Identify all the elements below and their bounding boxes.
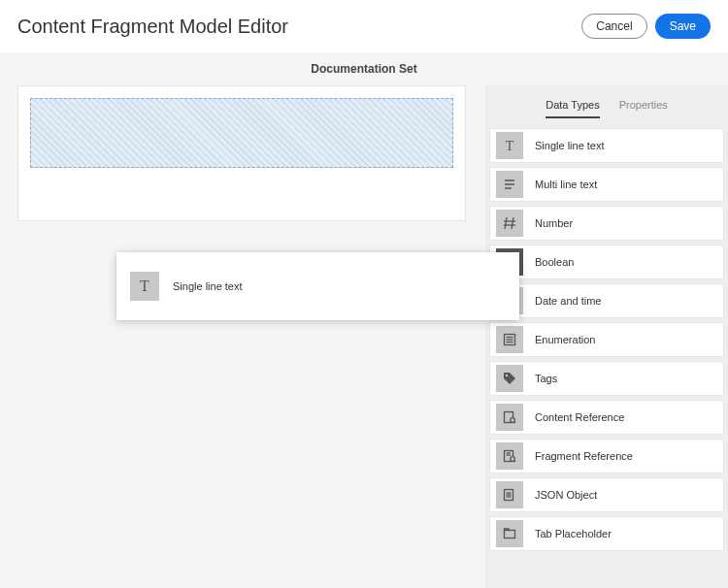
type-single-line-text[interactable]: T Single line text [489, 128, 724, 163]
number-icon [496, 210, 523, 237]
main: T Single line text Data Types Properties… [0, 85, 728, 588]
svg-line-5 [505, 217, 507, 229]
svg-text:T: T [140, 278, 149, 294]
content-ref-icon [496, 404, 523, 431]
type-date-and-time[interactable]: Date and time [489, 283, 724, 318]
fragment-ref-icon [496, 442, 523, 470]
type-tags[interactable]: Tags [489, 361, 724, 396]
type-tab-placeholder[interactable]: Tab Placeholder [489, 516, 724, 551]
type-fragment-reference[interactable]: Fragment Reference [489, 439, 724, 474]
text-icon: T [496, 132, 523, 159]
dragging-type-label: Single line text [173, 280, 243, 292]
model-canvas[interactable] [17, 85, 466, 221]
text-icon: T [130, 272, 159, 301]
type-label: Boolean [535, 256, 574, 268]
svg-line-6 [512, 217, 513, 229]
type-label: Tags [535, 373, 557, 384]
header: Content Fragment Model Editor Cancel Sav… [0, 0, 728, 52]
page-title: Content Fragment Model Editor [17, 16, 288, 38]
cancel-button[interactable]: Cancel [581, 14, 646, 39]
multiline-icon [496, 171, 523, 198]
dropzone[interactable] [30, 98, 453, 168]
svg-point-17 [506, 375, 508, 376]
tab-data-types[interactable]: Data Types [546, 99, 599, 118]
type-boolean[interactable]: Boolean [489, 245, 724, 279]
type-label: Number [535, 217, 573, 229]
side-tabs: Data Types Properties [485, 85, 728, 128]
svg-text:T: T [506, 139, 514, 153]
type-label: Fragment Reference [535, 450, 633, 462]
svg-line-25 [514, 461, 516, 463]
side-panel: Data Types Properties T Single line text… [485, 85, 728, 588]
tag-icon [496, 365, 523, 392]
json-icon [496, 481, 523, 508]
type-label: Tab Placeholder [535, 528, 612, 539]
save-button[interactable]: Save [655, 14, 711, 39]
canvas-area: T Single line text [0, 85, 485, 588]
model-name: Documentation Set [0, 52, 728, 85]
dragging-type-card[interactable]: T Single line text [116, 252, 519, 320]
type-label: Content Reference [535, 411, 624, 423]
svg-rect-30 [505, 531, 515, 539]
tab-properties[interactable]: Properties [619, 99, 668, 118]
tab-icon [496, 520, 523, 547]
data-type-list: T Single line text Multi line text Numbe… [485, 128, 728, 561]
list-icon [496, 326, 523, 353]
type-label: Multi line text [535, 179, 597, 190]
type-enumeration[interactable]: Enumeration [489, 322, 724, 357]
type-json-object[interactable]: JSON Object [489, 477, 724, 512]
type-number[interactable]: Number [489, 206, 724, 241]
svg-line-20 [514, 422, 516, 424]
type-label: Single line text [535, 140, 605, 151]
type-multi-line-text[interactable]: Multi line text [489, 167, 724, 202]
type-content-reference[interactable]: Content Reference [489, 400, 724, 435]
type-label: Date and time [535, 295, 601, 307]
type-label: JSON Object [535, 489, 597, 501]
type-label: Enumeration [535, 334, 595, 345]
header-actions: Cancel Save [581, 14, 711, 39]
